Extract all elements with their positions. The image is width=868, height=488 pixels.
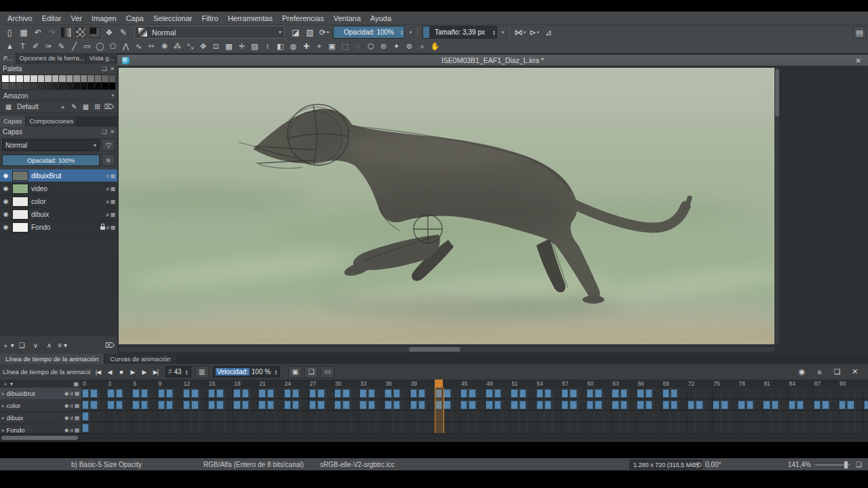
keyframe[interactable] [258,389,265,398]
keyframe[interactable] [519,389,526,398]
brush-preset-combo[interactable]: Normal ▾ [134,26,285,39]
tab-capas[interactable]: Capas [0,116,26,127]
keyframe[interactable] [267,389,274,398]
size-options-icon[interactable]: ▾ [502,30,505,35]
next-frame-button[interactable]: ▶ [138,366,150,378]
float-docker-icon[interactable]: ❏ [102,129,106,135]
color-swatch[interactable] [66,75,73,82]
properties-icon[interactable]: ▦ [111,173,115,179]
keyframe[interactable] [772,401,778,409]
visibility-icon[interactable]: ◉ [2,211,9,218]
size-spin-arrows[interactable]: ▲▼ [492,26,496,38]
brush-editor-icon[interactable]: ✎ [117,26,130,39]
properties-icon[interactable]: ▦ [111,199,115,205]
layer-properties-button[interactable]: ≡ ▾ [57,340,68,350]
color-sampler-tool[interactable]: ✛ [235,40,248,52]
keyframe[interactable] [393,401,400,409]
move-tool[interactable]: ✥ [197,40,210,52]
keyframe[interactable] [141,389,148,398]
layer-row[interactable]: ◉videoα▦ [0,182,117,195]
timeline-grid[interactable] [81,388,868,434]
properties-icon[interactable]: ▦ [75,427,79,433]
add-layer-button[interactable]: ＋ ▾ [2,340,14,350]
keyframe[interactable] [292,389,299,398]
multibrush-tool[interactable]: ⁂ [171,40,184,52]
pattern-swatch[interactable] [75,27,86,38]
keyframe[interactable] [663,389,669,398]
keyframe[interactable] [637,389,644,398]
color-swatch[interactable] [2,75,9,82]
color-swatch[interactable] [38,75,45,82]
calligraphy-tool[interactable]: ✑ [42,40,55,52]
assistants-tool[interactable]: ⌖ [313,40,326,52]
keyframe[interactable] [258,401,265,409]
color-swatch[interactable] [38,83,45,89]
color-swatch[interactable] [66,83,73,89]
color-swatch[interactable] [73,83,80,89]
fill-tool[interactable]: ◧ [274,40,287,52]
keyframe[interactable] [713,401,719,409]
freehand-select-tool[interactable]: ⊚ [377,40,390,52]
layer-filter-button[interactable]: ▽ [102,139,115,151]
keyframe[interactable] [612,389,618,398]
ellipse-tool[interactable]: ◯ [94,40,106,52]
canvas-viewport[interactable] [119,68,774,344]
keyframe[interactable] [132,401,139,409]
keyframe[interactable] [637,401,644,409]
keyframe[interactable] [460,389,467,398]
reload-preset-icon[interactable]: ⟳▾ [317,26,331,39]
stop-button[interactable]: ■ [115,366,127,378]
keyframe[interactable] [132,389,139,398]
select-shapes-tool[interactable]: ▲ [3,40,16,52]
alpha-icon[interactable]: α [106,173,109,179]
properties-icon[interactable]: ▦ [75,415,79,421]
canvas-horizontal-scrollbar[interactable] [119,347,774,352]
keyframe[interactable] [410,389,417,398]
keyframe[interactable] [368,401,375,409]
keyframe[interactable] [696,401,703,409]
visibility-icon[interactable]: ◉ [2,185,9,192]
keyframe[interactable] [671,401,677,409]
menu-ayuda[interactable]: Ayuda [366,14,396,22]
visibility-icon[interactable]: ◉ [2,172,9,179]
redo-icon[interactable]: ↷ [45,26,59,39]
scrollbar-thumb[interactable] [1,436,78,440]
tab-composiciones[interactable]: Composiciones [26,116,77,127]
menu-herramientas[interactable]: Herramientas [223,14,277,22]
pattern-tool[interactable]: ▨ [248,40,261,52]
color-swatch[interactable] [87,83,94,89]
grid-icon[interactable]: ▦ [73,381,79,387]
keyframe[interactable] [107,401,114,409]
chevron-down-icon[interactable]: ▾ [10,381,13,387]
keyframe[interactable] [410,401,417,409]
layer-row[interactable]: ◉dibuixα▦ [0,208,117,221]
keyframe[interactable] [511,389,517,398]
color-swatch[interactable] [87,75,94,82]
keyframe[interactable] [839,401,846,409]
expand-icon[interactable]: ▸ [2,391,5,396]
timeline-scrollbar[interactable] [0,433,868,442]
scrollbar-thumb[interactable] [775,69,779,117]
add-color-icon[interactable]: ＋ [57,102,68,112]
expand-icon[interactable]: ▸ [2,415,5,421]
properties-icon[interactable]: ▦ [111,211,115,218]
color-swatch[interactable] [95,75,102,82]
keyframe[interactable] [82,389,89,398]
keyframe[interactable] [418,401,425,409]
polygon-tool[interactable]: ⬠ [106,40,119,52]
ellipse-select-tool[interactable]: ◌ [351,40,364,52]
wrap-around-icon[interactable]: ⊳▾ [528,26,541,39]
frame-spinbox[interactable]: # 43 ▲▼ [165,366,191,378]
keyframe[interactable] [469,401,475,409]
scrollbar-thumb[interactable] [409,347,460,352]
keyframe[interactable] [646,401,652,409]
color-swatch[interactable] [81,75,87,82]
palette-preset-row[interactable]: ▦ Default ＋✎▦⊞⌦ [0,100,117,113]
color-swatch[interactable] [73,75,80,82]
keyframe[interactable] [536,401,543,409]
properties-icon[interactable]: ▦ [75,390,79,396]
speed-spinbox[interactable]: Velocidad: 100 % ▲▼ [213,366,280,378]
freehand-path-tool[interactable]: ✏ [145,40,158,52]
color-swatch[interactable] [9,75,16,82]
keyframe[interactable] [233,389,240,398]
